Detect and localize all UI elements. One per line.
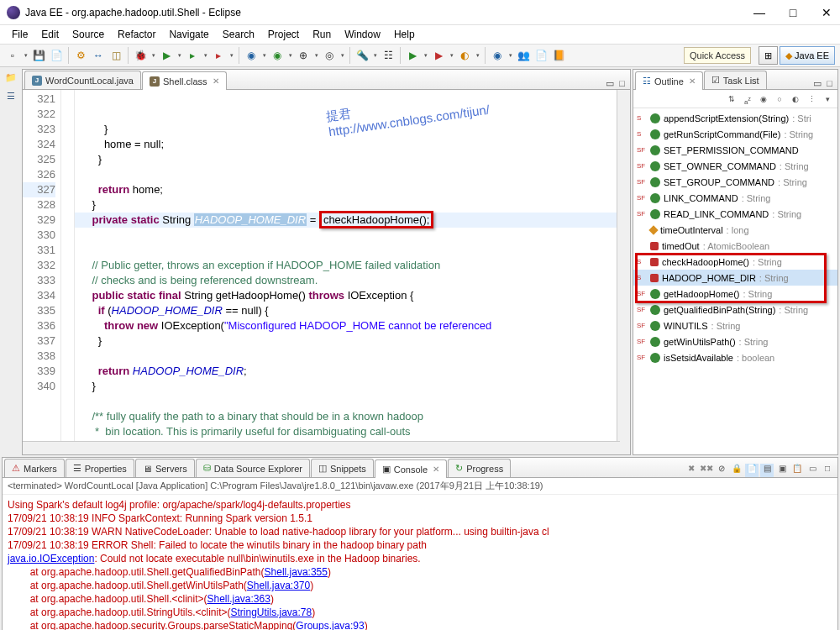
code-editor[interactable]: 3213223233243253263273283293303313323333… <box>23 90 630 454</box>
menu-edit[interactable]: Edit <box>34 29 66 40</box>
folding-margin[interactable] <box>61 90 75 454</box>
debug-icon[interactable]: 🐞 <box>133 48 148 63</box>
tab-wordcountlocal[interactable]: JWordCountLocal.java <box>24 71 141 89</box>
tool-icon[interactable]: ⚙ <box>73 48 88 63</box>
open-type-icon[interactable]: ⊕ <box>296 48 311 63</box>
menu-run[interactable]: Run <box>306 29 338 40</box>
maximize-button[interactable]: □ <box>786 6 800 19</box>
clear-console-icon[interactable]: ⊘ <box>715 464 728 477</box>
save-icon[interactable]: 💾 <box>31 48 46 63</box>
view-menu-icon[interactable]: ▾ <box>821 92 834 106</box>
outline-item[interactable]: SappendScriptExtension(String) : Stri <box>633 110 837 126</box>
minimize-button[interactable]: — <box>753 6 766 19</box>
console-output[interactable]: Using Spark's default log4j profile: org… <box>3 495 837 630</box>
outline-item[interactable]: SFSET_PERMISSION_COMMAND <box>633 142 837 158</box>
sort-icon[interactable]: ⇅ <box>725 92 738 106</box>
menu-window[interactable]: Window <box>338 29 387 40</box>
quick-access-input[interactable]: Quick Access <box>684 47 751 64</box>
debug-config-icon[interactable]: ▶ <box>431 48 446 63</box>
tab-snippets[interactable]: ◫Snippets <box>311 459 374 477</box>
new-server-icon[interactable]: ◉ <box>244 48 259 63</box>
minimize-view-icon[interactable]: ▭ <box>806 464 819 477</box>
outline-item[interactable]: SFgetQualifiedBinPath(String) : String <box>633 302 837 318</box>
remove-launch-icon[interactable]: ✖ <box>685 464 698 477</box>
book-icon[interactable]: 📙 <box>551 48 566 63</box>
outline-item[interactable]: SFREAD_LINK_COMMAND : String <box>633 206 837 222</box>
tab-servers[interactable]: 🖥Servers <box>135 459 195 477</box>
navigator-icon[interactable]: ☰ <box>4 91 18 104</box>
outline-item[interactable]: SFisSetsidAvailable : boolean <box>633 349 837 365</box>
menu-refactor[interactable]: Refactor <box>111 29 162 40</box>
display-selected-icon[interactable]: ▤ <box>760 464 774 477</box>
ext-tools-icon[interactable]: ▸ <box>211 48 226 63</box>
coverage-icon[interactable]: ◐ <box>457 48 472 63</box>
hide-local-icon[interactable]: ⋮ <box>805 92 818 106</box>
hide-nonpublic-icon[interactable]: ◐ <box>789 92 802 106</box>
outline-item[interactable]: SFSET_OWNER_COMMAND : String <box>633 158 837 174</box>
code-body[interactable]: 提君http://www.cnblogs.com/tijun/ } home =… <box>75 90 630 454</box>
close-button[interactable]: ✕ <box>820 6 833 19</box>
save-all-icon[interactable]: 📄 <box>49 48 64 63</box>
maximize-view-icon[interactable]: □ <box>619 78 625 89</box>
new-icon[interactable]: ▫ <box>5 48 20 63</box>
run-last-icon[interactable]: ▸ <box>185 48 200 63</box>
paper-icon[interactable]: 📄 <box>533 48 549 63</box>
outline-item[interactable]: timedOut : AtomicBoolean <box>633 238 837 254</box>
maximize-view-icon[interactable]: □ <box>827 78 832 89</box>
tab-progress[interactable]: ↻Progress <box>448 459 511 477</box>
outline-item[interactable]: SFSET_GROUP_COMMAND : String <box>633 174 837 190</box>
run-config-icon[interactable]: ▶ <box>405 48 420 63</box>
open-perspective-button[interactable]: ⊞ <box>759 46 778 65</box>
member-type: : String <box>778 177 807 187</box>
minimize-view-icon[interactable]: ▭ <box>606 78 614 89</box>
annotate-icon[interactable]: ☷ <box>381 48 396 63</box>
tab-shell-class[interactable]: JShell.class✕ <box>142 71 227 90</box>
pin-console-icon[interactable]: 📄 <box>745 464 759 477</box>
tab-tasklist[interactable]: ☑Task List <box>704 71 767 89</box>
close-tab-icon[interactable]: ✕ <box>689 76 696 86</box>
run-icon[interactable]: ▶ <box>159 48 174 63</box>
outline-item[interactable]: SFgetWinUtilsPath() : String <box>633 333 837 349</box>
project-explorer-icon[interactable]: 📁 <box>4 72 18 86</box>
maximize-view-icon[interactable]: □ <box>821 464 834 477</box>
menu-navigate[interactable]: Navigate <box>162 29 215 40</box>
new-class-icon[interactable]: ◉ <box>270 48 285 63</box>
main-toolbar: ▫▾ 💾 📄 ⚙ ↔ ◫ 🐞▾ ▶▾ ▸▾ ▸▾ ◉▾ ◉▾ ⊕▾ ◎▾ 🔦▾ … <box>0 44 840 67</box>
menu-search[interactable]: Search <box>216 29 261 40</box>
remove-all-icon[interactable]: ✖✖ <box>700 464 713 477</box>
tab-console[interactable]: ▣Console✕ <box>375 459 447 478</box>
menu-source[interactable]: Source <box>66 29 111 40</box>
az-sort-icon[interactable]: az <box>741 92 754 106</box>
close-tab-icon[interactable]: ✕ <box>433 465 439 474</box>
outline-list[interactable]: SappendScriptExtension(String) : StriSge… <box>633 108 837 454</box>
hide-static-icon[interactable]: ○ <box>773 92 786 106</box>
scroll-lock-icon[interactable]: 🔒 <box>730 464 743 477</box>
open-task-icon[interactable]: ◎ <box>322 48 337 63</box>
tab-outline[interactable]: ☷Outline✕ <box>635 71 703 90</box>
menu-project[interactable]: Project <box>261 29 306 40</box>
minimize-view-icon[interactable]: ▭ <box>813 78 822 89</box>
hide-fields-icon[interactable]: ◉ <box>757 92 770 106</box>
link-icon[interactable]: ↔ <box>91 48 106 63</box>
vertical-scrollbar[interactable] <box>617 90 630 454</box>
outline-highlight-box <box>635 253 827 303</box>
stop-icon[interactable]: ◉ <box>490 48 505 63</box>
open-console-icon[interactable]: ▣ <box>775 464 789 477</box>
outline-item[interactable]: SgetRunScriptCommand(File) : String <box>633 126 837 142</box>
menu-help[interactable]: Help <box>387 29 422 40</box>
package-icon[interactable]: ◫ <box>108 48 123 63</box>
outline-item[interactable]: timeOutInterval : long <box>633 222 837 238</box>
snippets-icon: ◫ <box>318 463 327 474</box>
new-console-icon[interactable]: 📋 <box>790 464 804 477</box>
close-tab-icon[interactable]: ✕ <box>213 76 219 86</box>
tab-markers[interactable]: ⚠Markers <box>4 459 65 477</box>
team-icon[interactable]: 👥 <box>516 48 531 63</box>
outline-item[interactable]: SFWINUTILS : String <box>633 318 837 333</box>
tab-properties[interactable]: ☰Properties <box>66 459 134 477</box>
menu-file[interactable]: File <box>5 29 34 40</box>
tab-dse[interactable]: ⛁Data Source Explorer <box>196 459 310 477</box>
perspective-javaee[interactable]: ◆Java EE <box>780 46 835 65</box>
search-icon[interactable]: 🔦 <box>354 48 370 63</box>
outline-item[interactable]: SFLINK_COMMAND : String <box>633 190 837 206</box>
horizontal-scrollbar[interactable] <box>23 441 620 454</box>
